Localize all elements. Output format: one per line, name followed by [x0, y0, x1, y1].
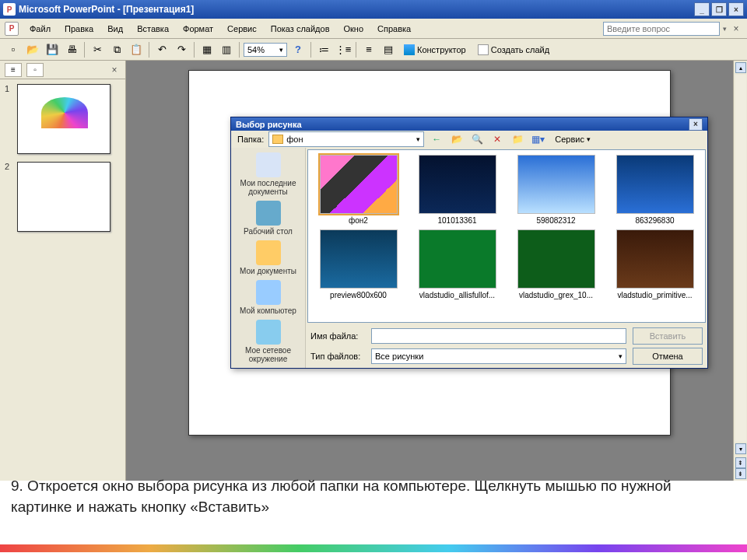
file-thumbnail[interactable]: vladstudio_grex_10...: [510, 229, 601, 299]
filetype-dropdown[interactable]: Все рисунки▾: [371, 348, 626, 364]
file-thumbnail[interactable]: vladstudio_primitive...: [609, 229, 700, 299]
powerpoint-icon: P: [3, 3, 16, 16]
slide-panel: ≡ ▫ × 1 2: [0, 61, 126, 481]
filename-label: Имя файла:: [310, 331, 365, 341]
folder-label: Папка:: [237, 135, 264, 144]
views-icon[interactable]: ▦▾: [530, 131, 545, 147]
picture-picker-dialog: Выбор рисунка × Папка: фон ▾ ← 📂 🔍 ✕ 📁 ▦…: [230, 117, 708, 369]
cut-icon[interactable]: ✂: [89, 41, 106, 58]
filename-input[interactable]: [371, 328, 626, 344]
menu-item[interactable]: Правка: [58, 23, 100, 35]
newfolder-icon[interactable]: 📁: [510, 131, 525, 147]
designer-button[interactable]: Конструктор: [399, 43, 471, 57]
menu-item[interactable]: Файл: [23, 23, 57, 35]
back-icon[interactable]: ←: [429, 131, 444, 147]
menu-item[interactable]: Сервис: [221, 23, 263, 35]
menu-item[interactable]: Вставка: [131, 23, 175, 35]
place-item[interactable]: Рабочий стол: [234, 199, 303, 237]
service-menu[interactable]: Сервис▾: [550, 133, 595, 145]
undo-icon[interactable]: ↶: [153, 41, 170, 58]
app-title: Microsoft PowerPoint - [Презентация1]: [19, 4, 194, 15]
insert-button[interactable]: Вставить: [633, 327, 703, 345]
dialog-titlebar[interactable]: Выбор рисунка ×: [231, 117, 707, 131]
place-item[interactable]: Мой компьютер: [234, 278, 303, 317]
chart-icon[interactable]: ▦: [198, 41, 216, 58]
next-slide-icon[interactable]: ⇟: [735, 468, 746, 479]
dialog-close-button[interactable]: ×: [689, 118, 703, 131]
file-thumbnail[interactable]: vladstudio_allisfullof...: [412, 229, 503, 299]
panel-close-icon[interactable]: ×: [108, 64, 121, 76]
file-grid: фон2101013361598082312863296830preview80…: [307, 149, 706, 323]
new-icon[interactable]: ▫: [5, 41, 22, 58]
slide-thumbnail[interactable]: 1: [5, 84, 121, 154]
file-thumbnail[interactable]: фон2: [313, 155, 404, 225]
rainbow-bar: [0, 544, 747, 552]
restore-button[interactable]: ❐: [711, 2, 727, 16]
redo-icon[interactable]: ↷: [173, 41, 190, 58]
menu-item[interactable]: Вид: [101, 23, 129, 35]
minimize-button[interactable]: _: [694, 2, 710, 16]
slides-tab[interactable]: ▫: [26, 63, 44, 77]
file-thumbnail[interactable]: 598082312: [510, 155, 601, 225]
open-icon[interactable]: 📂: [24, 41, 41, 58]
menu-item[interactable]: Справка: [371, 23, 417, 35]
zoom-combo[interactable]: 54%▾: [244, 43, 287, 57]
print-icon[interactable]: 🖶: [63, 41, 80, 58]
new-slide-button[interactable]: Создать слайд: [473, 43, 554, 57]
numbering-icon[interactable]: ⋮≡: [335, 41, 352, 58]
standard-toolbar: ▫ 📂 💾 🖶 ✂ ⧉ 📋 ↶ ↷ ▦ ▥ 54%▾ ? ≔ ⋮≡ ≡ ▤ Ко…: [0, 39, 747, 61]
file-thumbnail[interactable]: preview800x600: [313, 229, 404, 299]
vertical-scrollbar[interactable]: ▴ ▾ ⇞ ⇟: [733, 61, 747, 481]
file-thumbnail[interactable]: 863296830: [609, 155, 700, 225]
app-titlebar: P Microsoft PowerPoint - [Презентация1] …: [0, 0, 747, 19]
place-item[interactable]: Мои документы: [234, 239, 303, 277]
folder-icon: [272, 135, 283, 144]
scroll-down-icon[interactable]: ▾: [735, 443, 746, 454]
filetype-label: Тип файлов:: [310, 352, 365, 361]
doc-close-button[interactable]: ×: [730, 23, 742, 35]
paste-icon[interactable]: 📋: [128, 41, 145, 58]
place-item[interactable]: Мое сетевое окружение: [234, 318, 303, 365]
cancel-button[interactable]: Отмена: [633, 348, 703, 365]
save-icon[interactable]: 💾: [44, 41, 61, 58]
bullets-icon[interactable]: ≔: [315, 41, 332, 58]
instruction-caption: 9. Откроется окно выбора рисунка из любо…: [11, 476, 736, 517]
color-fan-graphic: [41, 97, 88, 128]
up-icon[interactable]: 📂: [449, 131, 465, 147]
dropdown-icon[interactable]: ▾: [723, 25, 727, 33]
file-thumbnail[interactable]: 101013361: [412, 155, 503, 225]
place-item[interactable]: Мои последние документы: [234, 151, 303, 198]
scroll-up-icon[interactable]: ▴: [735, 62, 746, 73]
slide-thumbnail[interactable]: 2: [5, 162, 121, 232]
places-bar: Мои последние документыРабочий столМои д…: [231, 148, 306, 368]
copy-icon[interactable]: ⧉: [108, 41, 125, 58]
menu-item[interactable]: Показ слайдов: [265, 23, 336, 35]
align-icon[interactable]: ≡: [360, 41, 377, 58]
menu-bar: P Файл Правка Вид Вставка Формат Сервис …: [0, 19, 747, 39]
help-icon[interactable]: ?: [289, 41, 307, 58]
prev-slide-icon[interactable]: ⇞: [735, 457, 746, 468]
menu-item[interactable]: Формат: [177, 23, 219, 35]
table-icon[interactable]: ▥: [218, 41, 235, 58]
close-button[interactable]: ×: [728, 2, 744, 16]
menu-item[interactable]: Окно: [338, 23, 370, 35]
search-icon[interactable]: 🔍: [469, 131, 485, 147]
dialog-title: Выбор рисунка: [236, 120, 302, 129]
delete-icon[interactable]: ✕: [489, 131, 505, 147]
layout-icon[interactable]: ▤: [380, 41, 397, 58]
doc-icon: P: [5, 22, 19, 36]
help-search-input[interactable]: [603, 22, 720, 36]
outline-tab[interactable]: ≡: [5, 63, 22, 77]
folder-dropdown[interactable]: фон ▾: [268, 131, 424, 147]
